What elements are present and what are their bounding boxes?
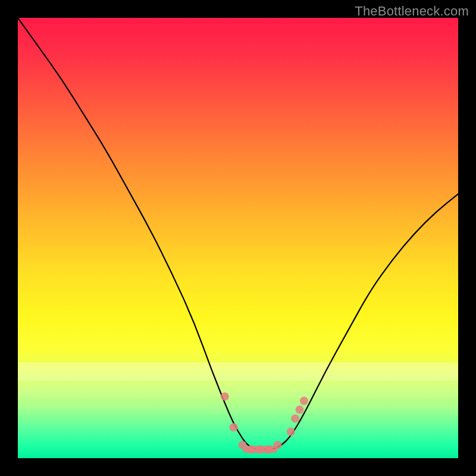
watermark-text: TheBottleneck.com [355, 4, 469, 19]
curve-marker [230, 423, 238, 431]
curve-marker [256, 445, 264, 453]
curve-marker [287, 428, 295, 436]
plot-area [18, 18, 458, 458]
curve-marker [238, 441, 246, 449]
curve-marker [274, 441, 282, 449]
curve-layer [18, 18, 458, 458]
curve-marker [265, 445, 273, 453]
curve-marker [221, 392, 229, 400]
curve-marker [291, 414, 299, 422]
curve-marker [300, 397, 308, 405]
outer-frame: TheBottleneck.com [0, 0, 476, 476]
curve-marker [247, 445, 255, 453]
bottleneck-curve [18, 18, 458, 449]
curve-marker [296, 406, 304, 414]
